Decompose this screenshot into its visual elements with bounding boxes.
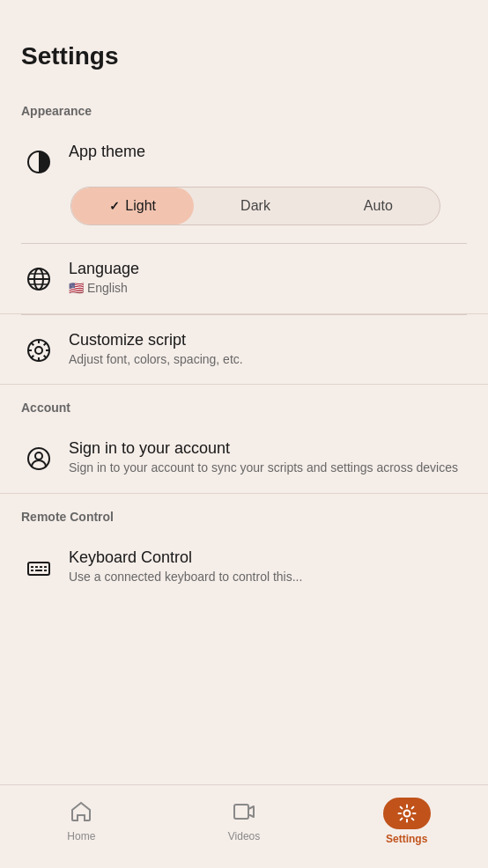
theme-icon	[21, 144, 56, 180]
svg-rect-16	[35, 570, 42, 571]
settings-nav-bg	[383, 798, 431, 829]
appearance-section-label: Appearance	[0, 88, 488, 127]
svg-rect-10	[28, 563, 49, 575]
svg-rect-14	[44, 566, 47, 568]
theme-light-option[interactable]: ✓ Light	[71, 188, 194, 224]
nav-home[interactable]: Home	[0, 795, 163, 848]
home-icon	[70, 800, 92, 827]
app-theme-title: App theme	[69, 143, 467, 161]
nav-videos[interactable]: Videos	[163, 795, 326, 848]
language-icon	[21, 261, 56, 297]
svg-rect-18	[234, 805, 248, 819]
app-theme-item: App theme	[0, 127, 488, 183]
theme-light-label: Light	[125, 198, 156, 214]
keyboard-control-subtitle: Use a connected keyboard to control this…	[69, 569, 467, 586]
theme-selector[interactable]: ✓ Light Dark Auto	[70, 187, 440, 225]
sign-in-title: Sign in to your account	[69, 439, 467, 458]
nav-settings[interactable]: Settings	[325, 792, 488, 850]
page-title: Settings	[0, 0, 488, 88]
language-item[interactable]: Language 🇺🇸 English	[0, 244, 488, 314]
svg-point-7	[35, 347, 42, 354]
language-title: Language	[69, 260, 467, 278]
svg-rect-15	[31, 570, 33, 571]
bottom-nav: Home Videos Settings	[0, 784, 488, 868]
svg-point-19	[403, 811, 410, 817]
svg-rect-12	[35, 566, 38, 568]
remote-control-section-label: Remote Control	[0, 494, 488, 533]
nav-settings-label: Settings	[386, 833, 427, 845]
nav-videos-label: Videos	[228, 830, 260, 842]
theme-dark-label: Dark	[240, 198, 270, 214]
svg-rect-11	[31, 566, 33, 568]
keyboard-control-title: Keyboard Control	[69, 548, 467, 567]
language-subtitle: 🇺🇸 English	[69, 280, 467, 298]
videos-icon	[233, 800, 255, 827]
theme-auto-label: Auto	[364, 198, 393, 214]
nav-home-label: Home	[67, 830, 95, 842]
sign-in-subtitle: Sign in to your account to sync your scr…	[69, 460, 467, 477]
account-section-label: Account	[0, 385, 488, 423]
keyboard-control-item[interactable]: Keyboard Control Use a connected keyboar…	[0, 533, 488, 602]
sign-in-item[interactable]: Sign in to your account Sign in to your …	[0, 423, 488, 494]
customize-icon	[21, 333, 56, 368]
svg-point-9	[35, 452, 42, 460]
customize-script-item[interactable]: Customize script Adjust font, colors, sp…	[0, 315, 488, 386]
theme-dark-option[interactable]: Dark	[194, 188, 316, 224]
customize-script-title: Customize script	[69, 331, 467, 349]
svg-rect-13	[40, 566, 42, 568]
account-icon	[21, 441, 56, 476]
keyboard-icon	[21, 550, 56, 585]
svg-rect-17	[44, 570, 47, 571]
customize-script-subtitle: Adjust font, colors, spacing, etc.	[69, 351, 467, 369]
check-icon: ✓	[109, 199, 120, 213]
theme-auto-option[interactable]: Auto	[317, 188, 440, 224]
